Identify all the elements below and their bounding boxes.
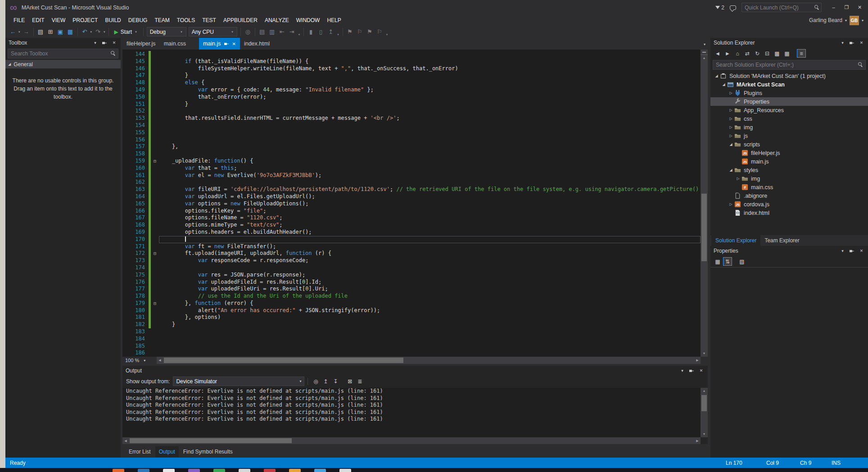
code-line-167[interactable]: 167 options.fileName = "1120.csv";: [122, 214, 701, 222]
tree-item-main-css[interactable]: #main.css: [710, 183, 868, 191]
maximize-button[interactable]: ❐: [840, 0, 853, 15]
breakpoint-margin[interactable]: [122, 115, 131, 122]
breakpoint-margin[interactable]: [122, 186, 131, 193]
go-to-previous-message-icon[interactable]: ↥: [321, 377, 330, 386]
code-text[interactable]: else {: [159, 79, 701, 86]
code-line-144[interactable]: 144: [122, 51, 701, 58]
code-line-159[interactable]: 159⊟ _uploadFile: function() {: [122, 158, 701, 165]
clear-all-output-icon[interactable]: ⊠: [345, 377, 354, 386]
line-number[interactable]: 175: [131, 272, 149, 279]
close-icon[interactable]: ✕: [111, 41, 118, 45]
breakpoint-margin[interactable]: [122, 328, 131, 336]
line-number[interactable]: 152: [131, 108, 149, 115]
line-number[interactable]: 166: [131, 208, 149, 215]
code-line-157[interactable]: 157 },: [122, 143, 701, 150]
tab-solution-explorer[interactable]: Solution Explorer: [711, 235, 760, 246]
tab-output[interactable]: Output: [155, 446, 179, 457]
publish-icon[interactable]: ↥: [326, 27, 335, 37]
window-position-icon[interactable]: ▾: [839, 249, 846, 253]
code-line-166[interactable]: 166 options.fileKey = "file";: [122, 208, 701, 215]
line-number[interactable]: 167: [131, 214, 149, 222]
breakpoint-margin[interactable]: [122, 236, 131, 243]
line-number[interactable]: 173: [131, 257, 149, 264]
line-number[interactable]: 156: [131, 136, 149, 144]
fold-collapse-icon[interactable]: ⊟: [151, 158, 159, 165]
scroll-left-icon[interactable]: ◀: [157, 357, 163, 364]
output-text[interactable]: Uncaught ReferenceError: Everlive is not…: [122, 388, 701, 437]
toggle-word-wrap-icon[interactable]: ≣: [355, 377, 364, 386]
line-number[interactable]: 155: [131, 129, 149, 136]
breakpoint-margin[interactable]: [122, 208, 131, 215]
code-text[interactable]: }: [159, 321, 701, 328]
tree-item-scripts[interactable]: ◢scripts: [710, 140, 868, 149]
code-text[interactable]: [159, 343, 701, 350]
code-text[interactable]: that.resultsField.innerHTML = currentMes…: [159, 115, 701, 122]
breakpoint-margin[interactable]: [122, 58, 131, 65]
tree-item-index-html[interactable]: <>index.html: [710, 209, 868, 217]
breakpoint-margin[interactable]: [122, 200, 131, 208]
code-text[interactable]: }, options): [159, 314, 701, 321]
tree-item-main-js[interactable]: JSmain.js: [710, 157, 868, 166]
properties-icon[interactable]: ▦: [782, 49, 791, 58]
find-in-files-icon[interactable]: ◎: [243, 27, 253, 37]
line-number[interactable]: 182: [131, 321, 149, 328]
code-line-171[interactable]: 171 var ft = new FileTransfer();: [122, 243, 701, 250]
code-text[interactable]: [159, 122, 701, 129]
menu-file[interactable]: FILE: [10, 16, 28, 25]
line-number[interactable]: 179: [131, 300, 149, 307]
breakpoint-margin[interactable]: [122, 343, 131, 350]
preview-selected-items-icon[interactable]: ≡: [797, 49, 806, 58]
code-text[interactable]: [159, 328, 701, 336]
notifications-icon[interactable]: 2: [715, 5, 724, 11]
code-text[interactable]: [159, 108, 701, 115]
taskbar-app-icon[interactable]: [239, 469, 250, 472]
line-number[interactable]: 176: [131, 279, 149, 286]
line-number[interactable]: 161: [131, 172, 149, 179]
breakpoint-margin[interactable]: [122, 264, 131, 272]
code-line-158[interactable]: 158: [122, 150, 701, 158]
redo-icon[interactable]: ↷▾: [93, 27, 106, 37]
tree-item-css[interactable]: ▷css: [710, 114, 868, 123]
line-number[interactable]: 165: [131, 200, 149, 208]
editor-horizontal-scrollbar[interactable]: ◀ ▶: [157, 357, 701, 364]
tab-index-html[interactable]: index.html: [240, 38, 274, 50]
vertical-scrollbar-thumb[interactable]: [701, 395, 707, 411]
run-in-simulator-icon[interactable]: ▯: [316, 27, 326, 37]
line-number[interactable]: 145: [131, 58, 149, 65]
menu-window[interactable]: WINDOW: [293, 16, 324, 25]
code-text[interactable]: }: [159, 72, 701, 79]
line-number[interactable]: 147: [131, 72, 149, 79]
code-text[interactable]: var that = this;: [159, 165, 701, 172]
breakpoint-margin[interactable]: [122, 300, 131, 307]
pin-icon[interactable]: [224, 41, 229, 46]
code-line-160[interactable]: 160 var that = this;: [122, 165, 701, 172]
zoom-level-dropdown[interactable]: 100 % ▾: [122, 357, 155, 364]
menu-analyze[interactable]: ANALYZE: [261, 16, 293, 25]
code-line-168[interactable]: 168 options.mimeType = "text/csv";: [122, 222, 701, 229]
solution-explorer-search-input[interactable]: [713, 60, 866, 70]
tree-item-properties[interactable]: Properties: [710, 97, 868, 106]
code-line-163[interactable]: 163 var fileURI = 'cdvfile://localhost/p…: [122, 186, 701, 193]
line-number[interactable]: 157: [131, 143, 149, 150]
code-line-186[interactable]: 186: [122, 349, 701, 357]
save-all-icon[interactable]: ▦: [66, 27, 75, 37]
menu-view[interactable]: VIEW: [48, 16, 69, 25]
chevron-down-icon[interactable]: ▾: [862, 18, 863, 23]
breakpoint-margin[interactable]: [122, 286, 131, 293]
breakpoint-margin[interactable]: [122, 214, 131, 222]
code-line-180[interactable]: 180 alert("An error has occurred:" + JSO…: [122, 307, 701, 314]
toolbar-overflow-icon[interactable]: ▾: [298, 33, 300, 38]
output-header[interactable]: Output ▾ ✕: [122, 366, 708, 376]
code-text[interactable]: var uploadedFileId = res.Result[0].Id;: [159, 279, 701, 286]
code-text[interactable]: that._onError(error);: [159, 94, 701, 101]
line-number[interactable]: 150: [131, 94, 149, 101]
menu-help[interactable]: HELP: [323, 16, 344, 25]
undo-icon[interactable]: ↶▾: [80, 27, 93, 37]
close-button[interactable]: ✕: [853, 0, 866, 15]
new-project-icon[interactable]: ▤: [36, 27, 45, 37]
code-text[interactable]: var el = new Everlive('9o7o3AFZkF3MJBbB'…: [159, 172, 701, 179]
quick-launch-input[interactable]: [741, 3, 822, 12]
code-line-170[interactable]: 170: [122, 236, 701, 243]
code-text[interactable]: options.headers = el.buildAuthHeader();: [159, 229, 701, 236]
clear-bookmarks-icon[interactable]: ⚐: [375, 27, 384, 37]
